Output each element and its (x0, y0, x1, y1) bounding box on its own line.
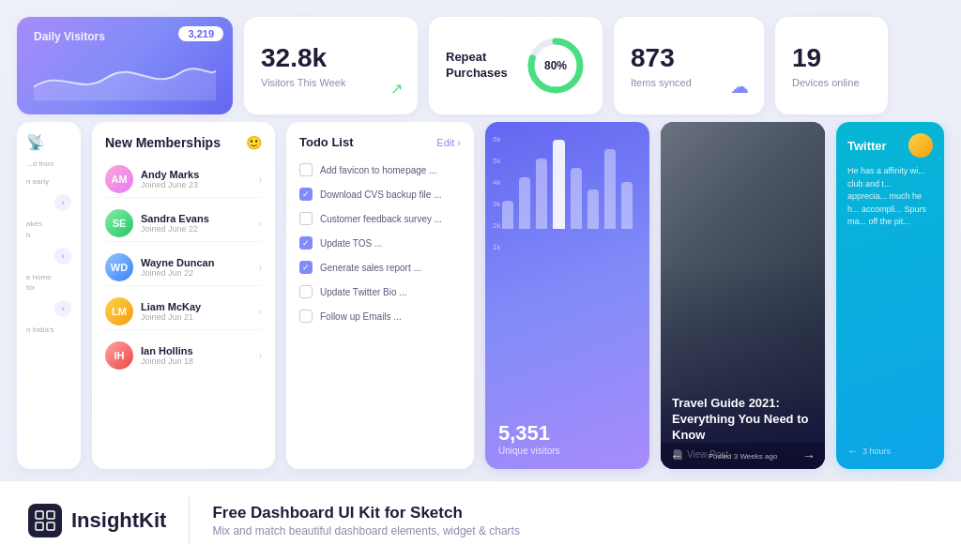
brand-icon-svg (34, 509, 56, 532)
bar (604, 149, 616, 229)
y-label: 5k (493, 157, 500, 165)
checkbox-checked[interactable]: ✓ (299, 236, 313, 250)
feed-arrow-icon-2[interactable]: › (54, 248, 71, 265)
trend-up-icon: ↗ (390, 80, 403, 98)
prev-arrow-icon[interactable]: ← (670, 448, 683, 463)
todo-text: Update TOS ... (320, 238, 382, 249)
checkbox[interactable] (299, 310, 313, 323)
member-info: Ian Hollins Joined Jun 18 (141, 345, 193, 366)
brand-name: InsightKit (71, 508, 166, 533)
card-devices-online: 19 Devices online (775, 17, 888, 114)
y-label: 1k (493, 243, 500, 251)
checkbox[interactable] (299, 163, 313, 176)
feed-text-5: n India's (26, 325, 71, 335)
donut-percent: 80% (544, 59, 567, 72)
y-label: 2k (493, 221, 500, 230)
checkbox-checked[interactable]: ✓ (299, 261, 313, 274)
daily-visitors-badge: 3,219 (178, 26, 223, 41)
chart-big-num: 5,351 (498, 421, 636, 446)
chevron-right-icon: › (259, 351, 262, 361)
memberships-header: New Memberships 🙂 (105, 135, 262, 150)
twitter-time: 3 hours (862, 446, 891, 456)
list-item[interactable]: WD Wayne Duncan Joined Jun 22 › (105, 250, 262, 286)
avatar: AM (105, 165, 133, 193)
list-item[interactable]: ✓ Download CVS backup file ... (299, 185, 461, 204)
member-name: Andy Marks (141, 169, 199, 180)
member-name: Sandra Evans (141, 213, 209, 224)
card-items-synced: 873 Items synced ☁ (614, 17, 764, 114)
daily-visitors-label: Daily Visitors (34, 30, 105, 43)
memberships-title: New Memberships (105, 135, 221, 150)
list-item[interactable]: LM Liam McKay Joined Jun 21 › (105, 294, 262, 330)
card-chart: 6k 5k 4k 3k 2k 1k 5,351 Unique visitors (485, 122, 649, 469)
card-repeat-purchases: RepeatPurchases 80% (429, 17, 603, 114)
top-row: Daily Visitors 3,219 32.8k Visitors This… (0, 0, 961, 122)
feed-arrow-icon-3[interactable]: › (54, 300, 71, 317)
y-label: 6k (493, 135, 500, 144)
list-item[interactable]: Customer feedback survey ... (299, 209, 461, 228)
twitter-back-icon[interactable]: ← (847, 445, 859, 458)
travel-title: Travel Guide 2021: Everything You Need t… (672, 396, 814, 444)
member-name: Ian Hollins (141, 345, 193, 356)
card-feed: 📡 ...d from n early › akesh › e homefor … (17, 122, 81, 469)
list-item[interactable]: Follow up Emails ... (299, 307, 461, 325)
card-todo: Todo List Edit › Add favicon to homepage… (286, 122, 474, 469)
todo-text: Generate sales report ... (320, 263, 421, 273)
checkbox-checked[interactable]: ✓ (299, 188, 313, 201)
bar (519, 177, 530, 229)
bar (571, 168, 582, 229)
member-name: Liam McKay (141, 301, 201, 312)
todo-header: Todo List Edit › (299, 135, 461, 149)
svg-rect-3 (47, 511, 54, 519)
chevron-right-icon: › (259, 174, 262, 185)
chart-bars (498, 135, 636, 229)
list-item[interactable]: ✓ Update TOS ... (299, 234, 461, 252)
visitors-week-sub: Visitors This Week (261, 77, 345, 88)
y-label: 4k (493, 178, 500, 187)
visitors-week-num: 32.8k (261, 43, 327, 73)
twitter-label: Twitter (847, 139, 887, 153)
card-memberships: New Memberships 🙂 AM Andy Marks Joined J… (92, 122, 275, 469)
avatar: IH (105, 341, 133, 370)
card-travel: Travel Guide 2021: Everything You Need t… (661, 122, 825, 469)
repeat-purchases-label: RepeatPurchases (446, 50, 508, 82)
member-joined: Joined June 22 (141, 224, 209, 234)
list-item[interactable]: SE Sandra Evans Joined June 22 › (105, 205, 262, 242)
twitter-quote: He has a affinity wi... club and t... ap… (847, 165, 933, 229)
list-item[interactable]: Add favicon to homepage ... (299, 160, 461, 179)
todo-text: Add favicon to homepage ... (320, 165, 437, 175)
checkbox[interactable] (299, 212, 313, 225)
member-name: Wayne Duncan (141, 257, 214, 268)
feed-arrow-icon[interactable]: › (54, 194, 71, 211)
card-twitter: Twitter He has a affinity wi... club and… (836, 122, 944, 469)
bar (502, 201, 513, 229)
bottom-row: 📡 ...d from n early › akesh › e homefor … (0, 122, 961, 480)
todo-text: Download CVS backup file ... (320, 189, 442, 200)
svg-rect-5 (47, 522, 54, 530)
brand-text: Free Dashboard UI Kit for Sketch Mix and… (212, 504, 520, 537)
list-item[interactable]: ✓ Generate sales report ... (299, 258, 461, 277)
bar-active (553, 140, 564, 229)
travel-posted: Posted 3 Weeks ago (709, 452, 778, 461)
chevron-right-icon: › (259, 263, 262, 273)
next-arrow-icon[interactable]: → (802, 448, 816, 463)
list-item[interactable]: AM Andy Marks Joined June 23 › (105, 161, 262, 198)
daily-visitors-wave (34, 50, 216, 101)
cloud-icon: ☁ (730, 75, 749, 98)
member-info: Sandra Evans Joined June 22 (141, 213, 209, 234)
list-item[interactable]: IH Ian Hollins Joined Jun 18 › (105, 338, 262, 373)
avatar: SE (105, 209, 133, 237)
todo-title: Todo List (299, 135, 354, 149)
todo-text: Follow up Emails ... (320, 311, 402, 322)
brand-sub: Mix and match beautiful dashboard elemen… (212, 524, 520, 537)
member-joined: Joined June 23 (141, 180, 199, 189)
brand-title: Free Dashboard UI Kit for Sketch (212, 504, 520, 522)
todo-text: Customer feedback survey ... (320, 214, 442, 224)
checkbox[interactable] (299, 285, 313, 298)
bar (621, 182, 633, 229)
todo-edit-link[interactable]: Edit › (436, 137, 461, 148)
list-item[interactable]: Update Twitter Bio ... (299, 282, 461, 301)
feed-text-1: ...d from (26, 159, 71, 169)
twitter-avatar (908, 133, 933, 158)
svg-rect-2 (36, 511, 43, 519)
